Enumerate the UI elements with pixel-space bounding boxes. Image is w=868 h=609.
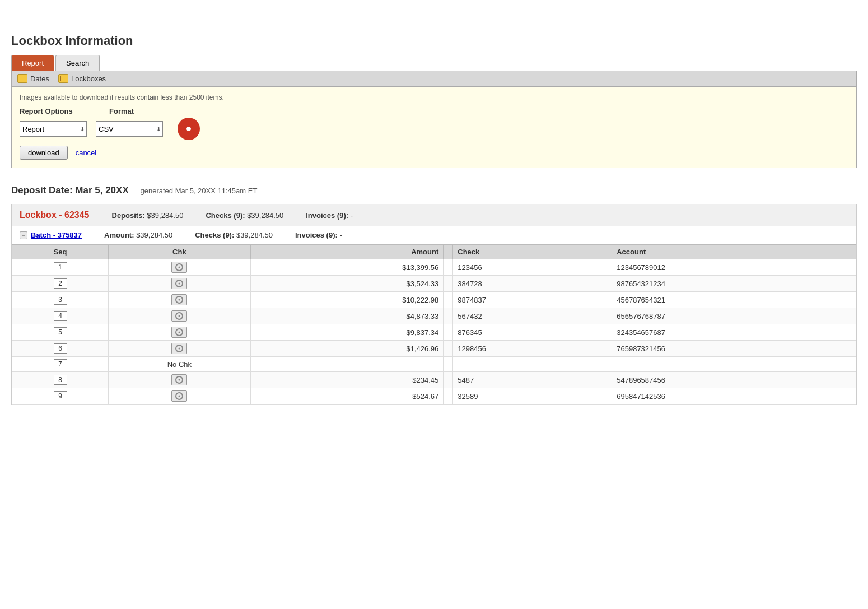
batch-invoices-label: Invoices (9): bbox=[295, 231, 338, 239]
batch-toggle[interactable]: − Batch - 375837 bbox=[20, 231, 82, 239]
table-body: 1$13,399.561234561234567890122$3,524.333… bbox=[12, 259, 856, 405]
dates-icon bbox=[17, 74, 27, 83]
check-image-icon[interactable] bbox=[171, 310, 187, 322]
cell-seq[interactable]: 9 bbox=[12, 388, 109, 405]
cell-empty bbox=[444, 372, 453, 388]
cell-chk[interactable] bbox=[109, 372, 250, 388]
download-button[interactable]: download bbox=[20, 146, 68, 160]
cell-account: 547896587456 bbox=[612, 372, 856, 388]
sub-toolbar: Dates Lockboxes bbox=[11, 71, 857, 87]
info-text: Images available to download if results … bbox=[20, 94, 848, 101]
cell-seq[interactable]: 8 bbox=[12, 372, 109, 388]
tab-report[interactable]: Report bbox=[11, 55, 54, 71]
batch-checks-value: $39,284.50 bbox=[236, 231, 273, 239]
check-image-icon[interactable] bbox=[171, 374, 187, 385]
report-form-row: Report Detail Summary CSV PDF Excel bbox=[20, 118, 848, 140]
action-row: download cancel bbox=[20, 146, 848, 160]
cell-chk[interactable] bbox=[109, 259, 250, 276]
cell-check: 384728 bbox=[453, 276, 612, 292]
lockbox-checks: Checks (9): $39,284.50 bbox=[206, 211, 283, 220]
format-label: Format bbox=[109, 107, 134, 115]
cell-check: 32589 bbox=[453, 388, 612, 405]
report-options-wrapper: Report Detail Summary bbox=[20, 121, 87, 137]
check-image-icon[interactable] bbox=[171, 327, 187, 338]
check-image-icon[interactable] bbox=[171, 343, 187, 354]
cell-chk[interactable] bbox=[109, 388, 250, 405]
col-header-amount: Amount bbox=[250, 245, 444, 259]
batch-amount-value: $39,284.50 bbox=[136, 231, 172, 239]
lockbox-card: Lockbox - 62345 Deposits: $39,284.50 Che… bbox=[11, 204, 857, 405]
cell-amount: $4,873.33 bbox=[250, 308, 444, 324]
sub-toolbar-dates-label: Dates bbox=[30, 75, 49, 83]
cell-account: 123456789012 bbox=[612, 259, 856, 276]
table-row: 4$4,873.33567432656576768787 bbox=[12, 308, 856, 324]
report-panel: Images available to download if results … bbox=[11, 87, 857, 168]
sub-toolbar-dates[interactable]: Dates bbox=[17, 74, 49, 83]
cell-seq[interactable]: 5 bbox=[12, 324, 109, 341]
cell-empty bbox=[444, 388, 453, 405]
batch-checks-label: Checks (9): bbox=[195, 231, 234, 239]
cell-seq[interactable]: 4 bbox=[12, 308, 109, 324]
loading-indicator-inner bbox=[184, 124, 193, 133]
deposits-value: $39,284.50 bbox=[147, 211, 183, 220]
cell-account: 456787654321 bbox=[612, 292, 856, 308]
sub-toolbar-lockboxes[interactable]: Lockboxes bbox=[58, 74, 106, 83]
cell-seq[interactable]: 1 bbox=[12, 259, 109, 276]
batch-amount-label: Amount: bbox=[104, 231, 134, 239]
table-row: 1$13,399.56123456123456789012 bbox=[12, 259, 856, 276]
col-header-account: Account bbox=[612, 245, 856, 259]
cell-amount: $3,524.33 bbox=[250, 276, 444, 292]
cell-account: 656576768787 bbox=[612, 308, 856, 324]
cell-seq[interactable]: 7 bbox=[12, 357, 109, 372]
cell-chk[interactable] bbox=[109, 276, 250, 292]
table-row: 8$234.455487547896587456 bbox=[12, 372, 856, 388]
data-table: Seq Chk Amount Check Account 1$13,399.56… bbox=[12, 244, 856, 405]
cell-seq[interactable]: 3 bbox=[12, 292, 109, 308]
no-chk-label: No Chk bbox=[167, 360, 192, 369]
cell-empty bbox=[444, 259, 453, 276]
check-image-icon[interactable] bbox=[171, 390, 187, 402]
cell-amount: $9,837.34 bbox=[250, 324, 444, 341]
check-image-icon[interactable] bbox=[171, 262, 187, 273]
batch-invoices: Invoices (9): - bbox=[295, 231, 342, 239]
cell-chk: No Chk bbox=[109, 357, 250, 372]
cell-seq[interactable]: 6 bbox=[12, 341, 109, 357]
cell-amount: $524.67 bbox=[250, 388, 444, 405]
cell-amount: $10,222.98 bbox=[250, 292, 444, 308]
cell-chk[interactable] bbox=[109, 324, 250, 341]
cell-check: 567432 bbox=[453, 308, 612, 324]
batch-link[interactable]: Batch - 375837 bbox=[31, 231, 82, 239]
tab-search[interactable]: Search bbox=[55, 55, 100, 71]
cell-empty bbox=[444, 276, 453, 292]
format-select[interactable]: CSV PDF Excel bbox=[96, 121, 163, 137]
collapse-icon[interactable]: − bbox=[20, 231, 27, 239]
cell-check: 9874837 bbox=[453, 292, 612, 308]
cell-empty bbox=[444, 341, 453, 357]
report-options-select[interactable]: Report Detail Summary bbox=[20, 121, 87, 137]
cell-chk[interactable] bbox=[109, 292, 250, 308]
table-row: 6$1,426.961298456765987321456 bbox=[12, 341, 856, 357]
check-image-icon[interactable] bbox=[171, 294, 187, 305]
cell-chk[interactable] bbox=[109, 308, 250, 324]
cell-check: 123456 bbox=[453, 259, 612, 276]
table-row: 5$9,837.34876345324354657687 bbox=[12, 324, 856, 341]
table-row: 3$10,222.989874837456787654321 bbox=[12, 292, 856, 308]
cell-chk[interactable] bbox=[109, 341, 250, 357]
batch-row: − Batch - 375837 Amount: $39,284.50 Chec… bbox=[12, 226, 856, 244]
cell-seq[interactable]: 2 bbox=[12, 276, 109, 292]
cell-account: 324354657687 bbox=[612, 324, 856, 341]
options-label: Report Options bbox=[20, 107, 92, 115]
page-title: Lockbox Information bbox=[11, 34, 857, 48]
batch-amount: Amount: $39,284.50 bbox=[104, 231, 172, 239]
cancel-button[interactable]: cancel bbox=[76, 148, 97, 157]
cell-amount bbox=[250, 357, 444, 372]
col-header-seq: Seq bbox=[12, 245, 109, 259]
lockboxes-icon bbox=[58, 74, 68, 83]
cell-check: 1298456 bbox=[453, 341, 612, 357]
col-header-chk: Chk bbox=[109, 245, 250, 259]
sub-toolbar-lockboxes-label: Lockboxes bbox=[71, 75, 106, 83]
check-image-icon[interactable] bbox=[171, 278, 187, 289]
cell-account bbox=[612, 357, 856, 372]
cell-account: 987654321234 bbox=[612, 276, 856, 292]
cell-empty bbox=[444, 357, 453, 372]
